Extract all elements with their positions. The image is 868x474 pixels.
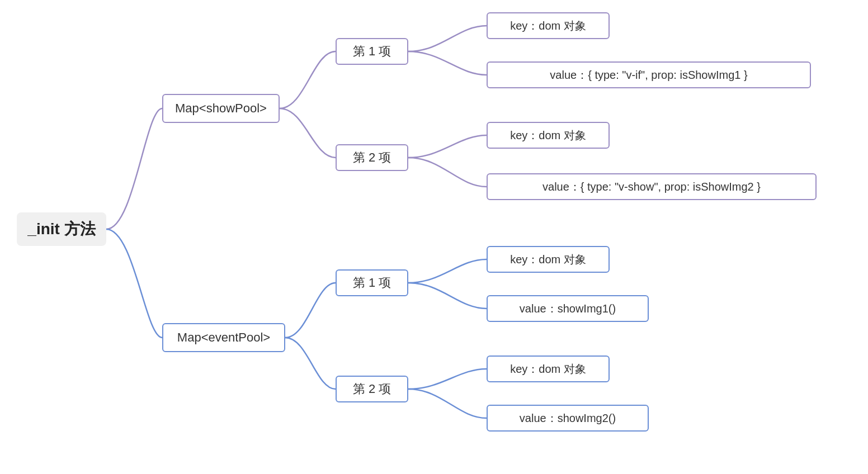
node-showpool: Map<showPool> [162,94,280,123]
node-ep1-key: key：dom 对象 [487,246,610,273]
node-sp-item2: 第 2 项 [336,144,408,171]
node-sp1-value: value：{ type: "v-if", prop: isShowImg1 } [487,61,811,88]
node-ep-item1: 第 1 项 [336,269,408,296]
node-ep1-value: value：showImg1() [487,295,649,322]
mindmap-diagram: _init 方法 Map<showPool> Map<eventPool> 第 … [0,0,868,474]
node-sp-item1: 第 1 项 [336,38,408,65]
node-sp2-key: key：dom 对象 [487,122,610,149]
node-ep2-value: value：showImg2() [487,405,649,432]
node-sp1-key: key：dom 对象 [487,12,610,39]
root-node: _init 方法 [17,212,106,246]
node-eventpool: Map<eventPool> [162,323,285,352]
node-sp2-value: value：{ type: "v-show", prop: isShowImg2… [487,173,817,200]
node-ep2-key: key：dom 对象 [487,356,610,382]
node-ep-item2: 第 2 项 [336,376,408,402]
